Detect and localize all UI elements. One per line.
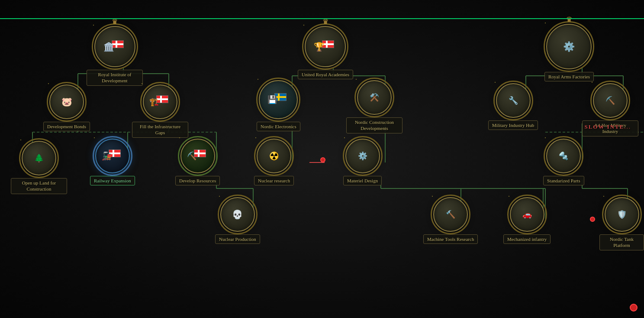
node-mechanized-infantry[interactable]: 🚗 Mechanized infantry [503, 197, 551, 244]
node-royal-arms-factories-label: Royal Arms Factories [544, 72, 594, 81]
node-nordic-tank-platform[interactable]: 🛡️ Nordic Tank Platform [599, 197, 644, 250]
node-nuclear-research[interactable]: ☢️ Nuclear research [254, 139, 294, 185]
nodes-layer: 🏛️ ♛ Royal Institute of Development 🏆 ♛ … [0, 0, 644, 318]
node-nuclear-production[interactable]: 💀 Nuclear Production [215, 197, 260, 244]
node-nordic-electronics[interactable]: 💾 Nordic Electronics [257, 80, 300, 131]
node-materiel-design-label: Materiel Design [343, 176, 382, 185]
node-royal-arms-factories[interactable]: ⚙️ ♛ Royal Arms Factories [544, 24, 594, 81]
tank-lock-indicator [590, 217, 595, 222]
node-development-bonds[interactable]: 🐷 Development Bonds [43, 84, 90, 131]
top-green-line [0, 18, 644, 19]
node-military-industry-hub[interactable]: 🔧 Military Industry Hub [488, 83, 538, 130]
node-open-up-land[interactable]: 🌲 Open up Land for Construction [11, 141, 67, 194]
node-railway-expansion-label: Railway Expansion [90, 176, 135, 185]
node-development-bonds-label: Development Bonds [43, 122, 90, 131]
node-standarized-parts[interactable]: 🔩 Standarized Parts [543, 139, 584, 185]
node-develop-resources-label: Develop Resources [175, 176, 220, 185]
node-mechanized-infantry-label: Mechanized infantry [503, 234, 551, 244]
node-united-royal-academies[interactable]: 🏆 ♛ United Royal Academies [298, 26, 353, 79]
node-nuclear-production-label: Nuclear Production [215, 234, 260, 244]
node-materiel-design[interactable]: ⚙️ Materiel Design [343, 139, 382, 185]
bottom-red-indicator [630, 304, 638, 312]
node-nordic-tank-platform-label: Nordic Tank Platform [599, 234, 644, 250]
node-nordic-electronics-label: Nordic Electronics [257, 122, 300, 131]
node-military-industry-hub-label: Military Industry Hub [488, 120, 538, 130]
node-nuclear-research-label: Nuclear research [254, 176, 294, 185]
node-develop-resources[interactable]: ⛏️ Develop Resources [175, 139, 220, 185]
node-royal-institute[interactable]: 🏛️ ♛ Royal Institute of Development [87, 26, 143, 86]
node-fill-infrastructure-gaps-label: Fill the Infrastructure Gaps [132, 122, 188, 138]
node-nordic-construction-developments-label: Nordic Construction Developments [346, 117, 402, 133]
node-fill-infrastructure-gaps[interactable]: 🏗️ Fill the Infrastructure Gaps [132, 84, 188, 138]
node-royal-institute-label: Royal Institute of Development [87, 70, 143, 86]
node-machine-tools-research-label: Machine Tools Research [423, 234, 478, 244]
slow-interrupt-text: SLOW INTE... [584, 123, 631, 130]
node-open-up-land-label: Open up Land for Construction [11, 178, 67, 194]
research-lock-indicator [320, 157, 325, 162]
node-machine-tools-research[interactable]: 🔨 Machine Tools Research [423, 197, 478, 244]
node-united-royal-academies-label: United Royal Academies [298, 70, 353, 79]
node-nordic-construction-developments[interactable]: ⚒️ Nordic Construction Developments [346, 80, 402, 133]
node-standarized-parts-label: Standarized Parts [543, 176, 584, 185]
node-railway-expansion[interactable]: 🚂 Railway Expansion [90, 139, 135, 185]
